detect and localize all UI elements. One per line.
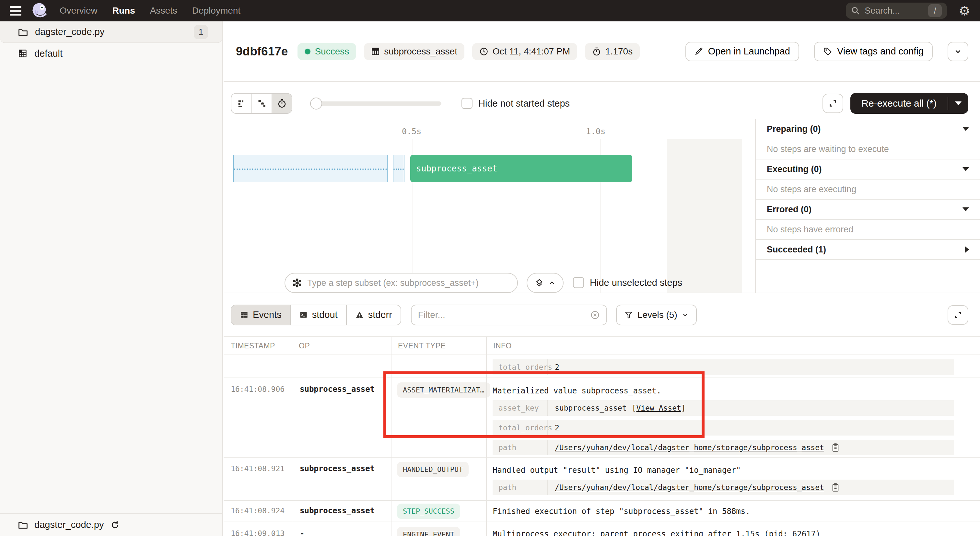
panel-section-errored[interactable]: Errored (0): [756, 200, 980, 220]
axis-tick-1-0s: 1.0s: [586, 127, 605, 136]
event-timestamp: 16:41:08.924: [224, 501, 292, 521]
tab-stdout[interactable]: stdout: [290, 305, 346, 325]
log-filter-input[interactable]: [418, 310, 590, 320]
view-asset-link[interactable]: [View Asset]: [632, 404, 686, 412]
gantt-zoom-slider[interactable]: [310, 97, 441, 110]
metadata-row: total_orders 2: [493, 359, 954, 375]
event-row-asset-materialization: 16:41:08.906 subprocess_asset ASSET_MATE…: [224, 378, 980, 458]
sidebar-item-repo[interactable]: dagster_code.py 1: [0, 21, 222, 43]
step-subset-input[interactable]: [307, 278, 510, 288]
expand-icon: [953, 310, 963, 320]
run-datetime-chip: Oct 11, 4:41:07 PM: [472, 43, 577, 60]
event-type-badge: ASSET_MATERIALIZAT…: [397, 382, 490, 398]
hide-unselected-label: Hide unselected steps: [590, 277, 682, 288]
step-subset-filter: [285, 273, 518, 293]
event-message: Handled output "result" using IO manager…: [493, 465, 954, 476]
collapse-caret-icon: [963, 127, 969, 131]
event-row-step-success: 16:41:08.924 subprocess_asset STEP_SUCCE…: [224, 501, 980, 522]
clear-filter-icon[interactable]: [590, 310, 600, 320]
event-type-badge-success: STEP_SUCCESS: [397, 504, 460, 519]
gantt-axis: 0.5s 1.0s: [224, 125, 755, 139]
tab-stderr[interactable]: stderr: [346, 305, 401, 325]
panel-section-executing[interactable]: Executing (0): [756, 159, 980, 180]
step-status-panel: Preparing (0) No steps are waiting to ex…: [755, 119, 980, 293]
metadata-row-asset-key: asset_key subprocess_asset [View Asset]: [493, 400, 954, 416]
event-message: Finished execution of step "subprocess_a…: [493, 506, 954, 517]
event-op: -: [292, 522, 391, 536]
search-icon: [851, 6, 860, 15]
panel-section-preparing[interactable]: Preparing (0): [756, 119, 980, 139]
view-mode-waterfall-button[interactable]: [251, 94, 272, 113]
event-row: total_orders 2: [224, 355, 980, 378]
collapse-caret-icon: [963, 167, 969, 171]
view-mode-flat-button[interactable]: [231, 94, 251, 113]
step-layers-button[interactable]: [527, 273, 563, 293]
step-graph-icon: [292, 278, 302, 288]
reload-icon[interactable]: [110, 520, 120, 530]
sidebar-item-default-job[interactable]: default: [0, 43, 222, 64]
col-event-type: EVENT TYPE: [391, 342, 486, 350]
events-table: TIMESTAMP OP EVENT TYPE INFO total_order…: [224, 336, 980, 536]
expand-caret-icon: [965, 246, 969, 253]
log-tabs: Events stdout stderr: [231, 305, 401, 325]
nav-link-assets[interactable]: Assets: [150, 5, 177, 16]
reexecute-dropdown-button[interactable]: [948, 102, 968, 105]
hide-not-started-label: Hide not started steps: [478, 98, 570, 109]
events-fullscreen-button[interactable]: [948, 305, 968, 325]
terminal-icon: [299, 310, 308, 319]
funnel-icon: [625, 311, 633, 319]
event-op: subprocess_asset: [292, 501, 391, 521]
panel-section-succeeded[interactable]: Succeeded (1): [756, 240, 980, 260]
nav-link-deployment[interactable]: Deployment: [192, 5, 240, 16]
global-search[interactable]: /: [846, 3, 947, 19]
waiting-segment: [233, 155, 388, 182]
tab-events[interactable]: Events: [231, 305, 290, 325]
metadata-row-path: path /Users/yuhan/dev/local/dagster_home…: [493, 440, 954, 455]
hide-not-started-checkbox[interactable]: [461, 98, 473, 109]
sidebar-footer: dagster_code.py: [0, 513, 222, 536]
levels-filter-button[interactable]: Levels (5): [616, 305, 697, 325]
settings-gear-icon[interactable]: ⚙: [959, 4, 970, 17]
view-mode-timed-button[interactable]: [272, 94, 292, 113]
copy-path-button[interactable]: [831, 443, 840, 452]
run-duration-chip: 1.170s: [585, 43, 640, 60]
table-icon: [371, 47, 380, 56]
top-nav: Overview Runs Assets Deployment / ⚙: [0, 0, 980, 21]
asset-tag-chip[interactable]: subprocess_asset: [364, 43, 465, 60]
dagster-logo[interactable]: [30, 2, 49, 20]
waterfall-view-icon: [257, 99, 266, 108]
gantt-fullscreen-button[interactable]: [822, 94, 843, 113]
chevron-up-icon: [548, 279, 555, 286]
path-link[interactable]: /Users/yuhan/dev/local/dagster_home/stor…: [555, 443, 824, 452]
layers-icon: [535, 278, 544, 288]
hide-not-started-control: Hide not started steps: [461, 98, 570, 109]
chart-overflow-band: [667, 139, 742, 293]
expand-icon: [828, 99, 837, 108]
panel-message: No steps are executing: [756, 180, 980, 200]
search-shortcut-key: /: [928, 4, 942, 17]
dagster-run-page: Overview Runs Assets Deployment / ⚙ dags…: [0, 0, 980, 536]
pencil-icon: [695, 47, 703, 56]
open-in-launchpad-button[interactable]: Open in Launchpad: [686, 42, 799, 61]
search-input[interactable]: [865, 6, 920, 16]
nav-link-runs[interactable]: Runs: [113, 5, 135, 16]
hide-unselected-checkbox[interactable]: [573, 277, 584, 288]
copy-path-button[interactable]: [831, 483, 840, 492]
event-timestamp: 16:41:08.921: [224, 458, 292, 500]
warning-icon: [355, 310, 364, 319]
run-header-more-button[interactable]: [948, 42, 968, 61]
view-tags-config-button[interactable]: View tags and config: [814, 42, 933, 61]
axis-tick-0-5s: 0.5s: [402, 127, 421, 136]
job-grid-icon: [18, 49, 27, 58]
path-link[interactable]: /Users/yuhan/dev/local/dagster_home/stor…: [555, 483, 824, 491]
sidebar: dagster_code.py 1 default dagster_code.p…: [0, 21, 223, 536]
event-type-badge: ENGINE_EVENT: [397, 527, 460, 536]
nav-link-overview[interactable]: Overview: [60, 5, 97, 16]
hamburger-menu-icon[interactable]: [10, 6, 21, 16]
reexecute-all-button[interactable]: Re-execute all (*): [850, 93, 968, 114]
slider-knob[interactable]: [310, 97, 322, 110]
col-timestamp: TIMESTAMP: [224, 342, 292, 350]
gantt-bar-subprocess-asset[interactable]: subprocess_asset: [410, 155, 632, 182]
table-icon: [240, 310, 248, 319]
gantt-chart: subprocess_asset Hide unselected steps: [224, 139, 755, 293]
